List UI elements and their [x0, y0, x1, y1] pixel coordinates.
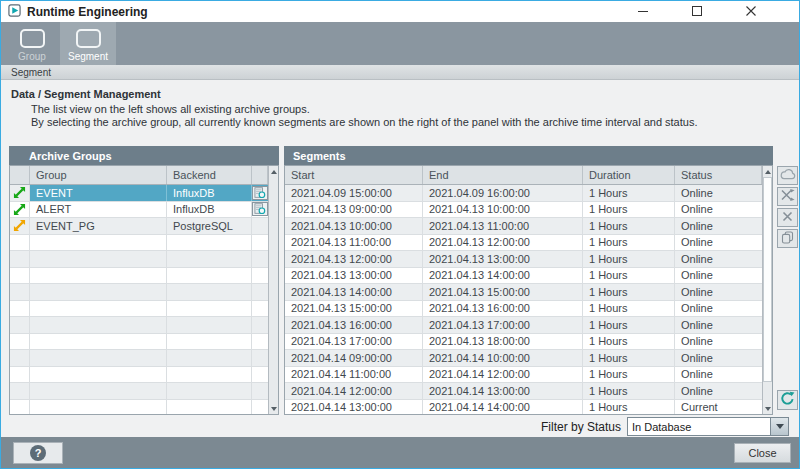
- segment-row[interactable]: 2021.04.13 09:00:002021.04.13 10:00:001 …: [285, 202, 762, 219]
- segments-header-row: Start End Duration Status: [285, 166, 762, 185]
- link-idle-icon: [10, 218, 30, 234]
- start-cell: 2021.04.14 13:00:00: [285, 400, 423, 415]
- delete-button[interactable]: [777, 208, 798, 227]
- archive-group-empty-row: [10, 350, 268, 367]
- footer: ? Close: [1, 437, 799, 468]
- dropdown-arrow-button[interactable]: [770, 418, 788, 435]
- scroll-down-button[interactable]: [269, 403, 278, 414]
- status-cell: Online: [675, 218, 762, 234]
- archive-inspect-button[interactable]: [252, 186, 268, 200]
- archive-group-row[interactable]: EVENT_PGPostgreSQL: [10, 218, 268, 235]
- start-cell: 2021.04.13 10:00:00: [285, 218, 423, 234]
- archive-groups-header-row: Group Backend: [10, 166, 268, 185]
- column-header-backend[interactable]: Backend: [167, 166, 252, 184]
- start-cell: 2021.04.14 11:00:00: [285, 367, 423, 383]
- segment-row[interactable]: 2021.04.14 11:00:002021.04.14 12:00:001 …: [285, 367, 762, 384]
- backend-cell: PostgreSQL: [167, 218, 252, 234]
- segments-scrollbar[interactable]: [762, 166, 772, 414]
- description-line: The list view on the left shows all exis…: [31, 103, 789, 116]
- segment-row[interactable]: 2021.04.13 13:00:002021.04.13 14:00:001 …: [285, 268, 762, 285]
- archive-group-empty-row: [10, 268, 268, 285]
- archive-inspect-button[interactable]: [252, 202, 268, 216]
- column-header-status[interactable]: Status: [675, 166, 762, 184]
- shuffle-icon: [781, 189, 795, 204]
- segment-row[interactable]: 2021.04.13 17:00:002021.04.13 18:00:001 …: [285, 334, 762, 351]
- segments-panel: Segments Start End Duration Status 2021.…: [284, 146, 773, 415]
- segment-icon: [76, 29, 101, 48]
- column-header-end[interactable]: End: [423, 166, 583, 184]
- segment-row[interactable]: 2021.04.13 10:00:002021.04.13 11:00:001 …: [285, 218, 762, 235]
- window-controls: [616, 1, 799, 22]
- start-cell: 2021.04.13 14:00:00: [285, 284, 423, 300]
- segment-row[interactable]: 2021.04.13 12:00:002021.04.13 13:00:001 …: [285, 251, 762, 268]
- segment-row[interactable]: 2021.04.14 12:00:002021.04.14 13:00:001 …: [285, 383, 762, 400]
- segment-actions: [777, 166, 798, 248]
- segment-row[interactable]: 2021.04.09 15:00:002021.04.09 16:00:001 …: [285, 185, 762, 202]
- refresh-icon: [780, 391, 795, 409]
- segment-row[interactable]: 2021.04.13 11:00:002021.04.13 12:00:001 …: [285, 235, 762, 252]
- minimize-icon: [638, 4, 648, 19]
- scroll-thumb[interactable]: [763, 177, 772, 382]
- archive-group-row[interactable]: ALERTInfluxDB: [10, 202, 268, 219]
- archive-group-empty-row: [10, 251, 268, 268]
- copy-icon: [781, 231, 794, 247]
- column-header-group[interactable]: Group: [30, 166, 167, 184]
- segments-panel-header: Segments: [284, 146, 773, 165]
- link-active-icon: [10, 185, 30, 201]
- start-cell: 2021.04.13 15:00:00: [285, 301, 423, 317]
- maximize-icon: [692, 4, 702, 19]
- segment-row[interactable]: 2021.04.13 15:00:002021.04.13 16:00:001 …: [285, 301, 762, 318]
- segment-row[interactable]: 2021.04.14 13:00:002021.04.14 14:00:001 …: [285, 400, 762, 415]
- runtime-engineering-window: Runtime Engineering Group Segment Segmen…: [0, 0, 800, 469]
- archive-group-empty-row: [10, 235, 268, 252]
- segment-row[interactable]: 2021.04.13 16:00:002021.04.13 17:00:001 …: [285, 317, 762, 334]
- duration-cell: 1 Hours: [583, 367, 675, 383]
- start-cell: 2021.04.13 09:00:00: [285, 202, 423, 218]
- end-cell: 2021.04.13 12:00:00: [423, 235, 583, 251]
- copy-button[interactable]: [777, 229, 798, 248]
- column-header-duration[interactable]: Duration: [583, 166, 675, 184]
- help-button[interactable]: ?: [13, 442, 63, 464]
- archive-group-empty-row: [10, 334, 268, 351]
- start-cell: 2021.04.13 17:00:00: [285, 334, 423, 350]
- toolbar-button-label: Group: [18, 51, 46, 62]
- column-header-start[interactable]: Start: [285, 166, 423, 184]
- segment-row[interactable]: 2021.04.13 14:00:002021.04.13 15:00:001 …: [285, 284, 762, 301]
- close-button[interactable]: Close: [734, 443, 791, 463]
- archive-group-row[interactable]: EVENTInfluxDB: [10, 185, 268, 202]
- status-cell: Online: [675, 251, 762, 267]
- minimize-button[interactable]: [616, 1, 670, 22]
- description-line: By selecting the archive group, all curr…: [31, 116, 789, 129]
- maximize-button[interactable]: [670, 1, 724, 22]
- toolbar-button-group[interactable]: Group: [4, 22, 60, 65]
- link-active-icon: [10, 202, 30, 218]
- breadcrumb-label: Segment: [11, 67, 51, 78]
- segment-row[interactable]: 2021.04.14 09:00:002021.04.14 10:00:001 …: [285, 350, 762, 367]
- end-cell: 2021.04.14 12:00:00: [423, 367, 583, 383]
- cloud-button[interactable]: [777, 166, 798, 185]
- end-cell: 2021.04.13 16:00:00: [423, 301, 583, 317]
- status-cell: Current: [675, 400, 762, 415]
- close-window-button[interactable]: [724, 1, 778, 22]
- app-icon: [8, 3, 21, 21]
- archive-groups-title: Archive Groups: [29, 150, 112, 162]
- status-cell: Online: [675, 235, 762, 251]
- scroll-down-button[interactable]: [763, 403, 772, 414]
- shuffle-button[interactable]: [777, 187, 798, 206]
- archive-group-empty-row: [10, 301, 268, 318]
- start-cell: 2021.04.13 13:00:00: [285, 268, 423, 284]
- status-cell: Online: [675, 317, 762, 333]
- archive-groups-scrollbar[interactable]: [268, 166, 278, 414]
- status-cell: Online: [675, 202, 762, 218]
- triangle-up-icon: [765, 170, 771, 174]
- title-bar: Runtime Engineering: [1, 1, 799, 22]
- refresh-button[interactable]: [777, 390, 798, 410]
- status-cell: Online: [675, 284, 762, 300]
- archive-groups-table: Group Backend EVENTInfluxDBALERTInfluxDB…: [9, 165, 279, 415]
- end-cell: 2021.04.14 10:00:00: [423, 350, 583, 366]
- toolbar-button-segment[interactable]: Segment: [60, 22, 116, 65]
- status-cell: Online: [675, 301, 762, 317]
- scroll-up-button[interactable]: [269, 166, 278, 177]
- scroll-up-button[interactable]: [763, 166, 772, 177]
- filter-status-select[interactable]: In Database: [627, 417, 789, 436]
